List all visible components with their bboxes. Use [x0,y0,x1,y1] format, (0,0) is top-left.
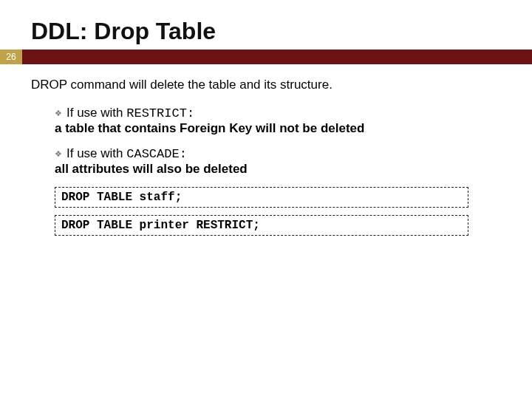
bullet-lead: If use with [66,106,126,120]
diamond-bullet-icon: ❖ [55,149,62,159]
bullet-lead: If use with [66,146,126,160]
bullet-keyword: CASCADE: [126,147,187,161]
slide-body: DROP command will delete the table and i… [0,64,532,236]
bullet-item: ❖ If use with RESTRICT: a table that con… [55,106,501,136]
code-example: DROP TABLE staff; [55,187,468,208]
slide-title: DDL: Drop Table [0,0,532,50]
code-example: DROP TABLE printer RESTRICT; [55,215,468,236]
bullet-keyword: RESTRICT: [126,106,194,120]
page-number-badge: 26 [0,50,22,64]
intro-text: DROP command will delete the table and i… [31,78,501,92]
bullet-sub: a table that contains Foreign Key will n… [55,121,501,136]
header-stripe [22,50,532,64]
bullet-line: ❖ If use with CASCADE: [55,146,501,161]
bullet-sub: all attributes will also be deleted [55,162,501,177]
header-bar: 26 [0,50,532,64]
bullet-item: ❖ If use with CASCADE: all attributes wi… [55,146,501,177]
bullet-line: ❖ If use with RESTRICT: [55,106,501,120]
diamond-bullet-icon: ❖ [55,109,62,118]
